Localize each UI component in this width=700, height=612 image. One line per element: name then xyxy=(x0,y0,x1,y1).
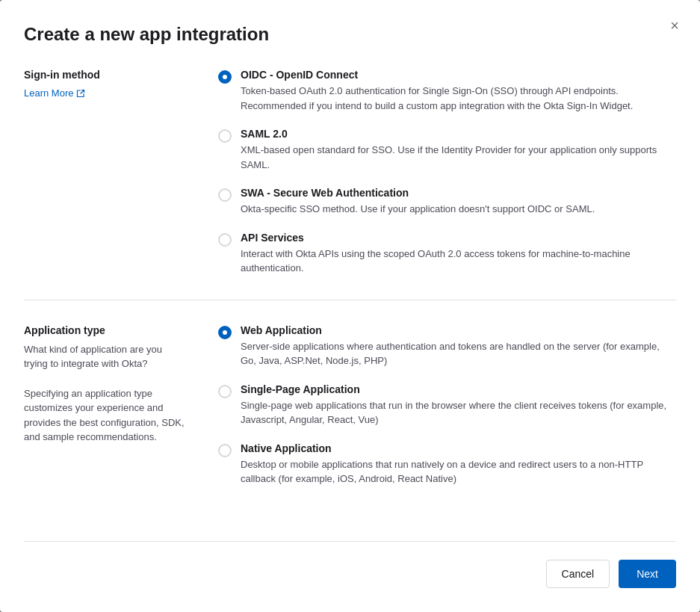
app-type-native-radio[interactable] xyxy=(218,444,232,457)
application-type-section: Application type What kind of applicatio… xyxy=(24,300,676,510)
app-type-native-desc: Desktop or mobile applications that run … xyxy=(241,457,676,486)
app-type-spa-desc: Single-page web applications that run in… xyxy=(241,398,676,427)
sign-in-saml-option: SAML 2.0 XML-based open standard for SSO… xyxy=(218,128,676,172)
sign-in-saml-desc: XML-based open standard for SSO. Use if … xyxy=(241,143,676,172)
application-type-desc1: What kind of application are you trying … xyxy=(24,342,188,371)
app-type-native-label[interactable]: Native Application xyxy=(241,442,676,454)
sign-in-oidc-option: OIDC - OpenID Connect Token-based OAuth … xyxy=(218,69,676,113)
app-type-spa-content: Single-Page Application Single-page web … xyxy=(241,383,676,427)
learn-more-text: Learn More xyxy=(24,87,73,99)
app-type-web-option: Web Application Server-side applications… xyxy=(218,324,676,368)
app-type-spa-radio[interactable] xyxy=(218,385,232,398)
sign-in-swa-option: SWA - Secure Web Authentication Okta-spe… xyxy=(218,187,676,217)
cancel-button[interactable]: Cancel xyxy=(546,560,610,588)
app-type-web-label[interactable]: Web Application xyxy=(241,324,676,336)
app-type-native-content: Native Application Desktop or mobile app… xyxy=(241,442,676,486)
modal-title: Create a new app integration xyxy=(24,24,676,45)
application-type-left: Application type What kind of applicatio… xyxy=(24,324,188,486)
sign-in-api-content: API Services Interact with Okta APIs usi… xyxy=(241,232,676,276)
app-type-web-radio[interactable] xyxy=(218,326,232,339)
sign-in-oidc-content: OIDC - OpenID Connect Token-based OAuth … xyxy=(241,69,676,113)
sign-in-swa-content: SWA - Secure Web Authentication Okta-spe… xyxy=(241,187,595,217)
sign-in-oidc-desc: Token-based OAuth 2.0 authentication for… xyxy=(241,84,676,113)
sign-in-saml-content: SAML 2.0 XML-based open standard for SSO… xyxy=(241,128,676,172)
sign-in-api-option: API Services Interact with Okta APIs usi… xyxy=(218,232,676,276)
learn-more-link[interactable]: Learn More xyxy=(24,87,85,99)
sign-in-saml-label[interactable]: SAML 2.0 xyxy=(241,128,676,140)
app-type-web-content: Web Application Server-side applications… xyxy=(241,324,676,368)
modal-footer: Cancel Next xyxy=(24,541,676,588)
sign-in-method-label: Sign-in method xyxy=(24,69,188,81)
application-type-label: Application type xyxy=(24,324,188,336)
modal: × Create a new app integration Sign-in m… xyxy=(0,0,700,612)
sign-in-swa-radio[interactable] xyxy=(218,188,232,202)
sign-in-swa-label[interactable]: SWA - Secure Web Authentication xyxy=(241,187,595,199)
app-type-web-desc: Server-side applications where authentic… xyxy=(241,339,676,368)
app-type-native-option: Native Application Desktop or mobile app… xyxy=(218,442,676,486)
sign-in-saml-radio[interactable] xyxy=(218,129,232,143)
application-type-desc2: Specifying an application type customize… xyxy=(24,386,188,445)
sign-in-api-label[interactable]: API Services xyxy=(241,232,676,244)
sign-in-method-options: OIDC - OpenID Connect Token-based OAuth … xyxy=(218,69,676,276)
sign-in-oidc-radio[interactable] xyxy=(218,70,232,84)
app-type-spa-option: Single-Page Application Single-page web … xyxy=(218,383,676,427)
modal-overlay: × Create a new app integration Sign-in m… xyxy=(0,0,700,612)
external-link-icon xyxy=(76,89,85,98)
sign-in-method-section: Sign-in method Learn More OIDC - OpenID … xyxy=(24,69,676,300)
application-type-options: Web Application Server-side applications… xyxy=(218,324,676,486)
next-button[interactable]: Next xyxy=(619,560,676,588)
sign-in-api-radio[interactable] xyxy=(218,233,232,247)
sign-in-method-left: Sign-in method Learn More xyxy=(24,69,188,276)
sign-in-swa-desc: Okta-specific SSO method. Use if your ap… xyxy=(241,202,595,217)
sign-in-oidc-label[interactable]: OIDC - OpenID Connect xyxy=(241,69,676,81)
close-button[interactable]: × xyxy=(667,15,682,36)
app-type-spa-label[interactable]: Single-Page Application xyxy=(241,383,676,395)
sign-in-api-desc: Interact with Okta APIs using the scoped… xyxy=(241,247,676,276)
